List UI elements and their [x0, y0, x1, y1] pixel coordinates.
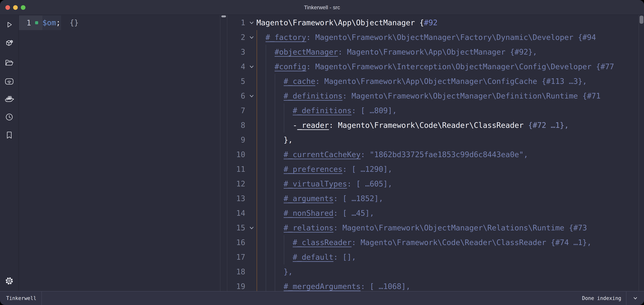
indent-guide	[284, 250, 284, 264]
indent-guide	[284, 103, 284, 118]
code-token: : Magento\Framework\Interception\ObjectM…	[306, 62, 614, 71]
indent-guide	[257, 60, 257, 74]
sidebar-item-laravel[interactable]	[5, 39, 14, 48]
indent-guide	[284, 235, 284, 250]
editor-lines: 1$om; {}	[19, 16, 220, 30]
code-token: : Magento\Framework\ObjectManager\Relati…	[334, 224, 587, 232]
status-dropdown[interactable]	[626, 292, 644, 305]
dump-line-text: #_factory: Magento\Framework\ObjectManag…	[256, 30, 638, 45]
code-token: #config	[274, 62, 306, 71]
code-token: #_classReader	[293, 238, 352, 247]
dump-line-text: #_preferences: [ …1290],	[256, 162, 638, 176]
app-window: Tinkerwell - src	[0, 0, 644, 305]
sidebar-item-docker[interactable]	[5, 94, 14, 104]
collapse-toggle[interactable]	[245, 16, 256, 30]
dump-line: 2 #_factory: Magento\Framework\ObjectMan…	[227, 30, 638, 45]
editor-scrollbar-thumb[interactable]	[221, 16, 226, 17]
code-token: : "1862bd33725fae1853c99d6c8443ea0e",	[360, 150, 528, 159]
indent-guide	[266, 74, 266, 89]
code-token: $om	[42, 18, 56, 27]
run-button[interactable]	[5, 20, 14, 29]
code-token: #_relations	[284, 224, 334, 232]
chevron-spacer	[245, 176, 256, 191]
settings-gear-icon	[5, 276, 14, 286]
chevron-down-icon	[249, 93, 254, 99]
output-scrollbar[interactable]	[638, 15, 644, 291]
line-number: 16	[227, 235, 245, 250]
dump-line-text: #_definitions: Magento\Framework\ObjectM…	[256, 89, 638, 103]
editor-scrollbar[interactable]	[220, 15, 227, 291]
indent-guide	[275, 235, 275, 250]
status-spacer	[42, 292, 582, 305]
chevron-spacer	[245, 147, 256, 162]
indent-guide	[257, 191, 257, 206]
dump-line: 17#_default: [],	[227, 250, 638, 264]
chevron-spacer	[245, 264, 256, 279]
chevron-down-icon	[249, 225, 254, 231]
dump-line-text: #_arguments: [ …1852],	[256, 191, 638, 206]
output-scrollbar-thumb[interactable]	[640, 16, 644, 24]
indent-guide	[275, 118, 275, 133]
indent-guide	[257, 250, 257, 264]
dump-line: 9},	[227, 133, 638, 147]
code-token: : Magento\Framework\ObjectManager\Defini…	[342, 92, 600, 100]
indent-guide	[257, 264, 257, 279]
editor-gutter: 1	[19, 16, 42, 30]
indent-guide	[266, 250, 266, 264]
code-token: #92	[424, 18, 438, 27]
open-folder-icon	[5, 58, 14, 68]
dump-line: 7#_definitions: [ …809],	[227, 103, 638, 118]
code-token: : [ …809],	[352, 106, 397, 115]
indent-guide	[266, 264, 266, 279]
indent-guide	[275, 103, 275, 118]
code-token: : Magento\Framework\ObjectManager\Factor…	[306, 33, 596, 42]
sidebar-item-ssh[interactable]	[5, 77, 14, 86]
line-number: 3	[227, 45, 245, 60]
indent-guide	[266, 191, 266, 206]
code-token: : [ …605],	[347, 180, 392, 188]
sidebar-item-open-file[interactable]	[5, 58, 14, 68]
output-pane[interactable]: 1 Magento\Framework\App\ObjectManager {#…	[227, 15, 638, 291]
collapse-toggle[interactable]	[245, 30, 256, 45]
chevron-spacer	[245, 118, 256, 133]
indent-guide	[266, 89, 266, 103]
collapse-toggle[interactable]	[245, 60, 256, 74]
dump-line-text: #_virtualTypes: [ …605],	[256, 176, 638, 191]
collapse-toggle[interactable]	[245, 220, 256, 235]
code-token: _reader	[297, 121, 329, 130]
sidebar-item-history[interactable]	[5, 112, 14, 122]
indent-guide	[257, 133, 257, 147]
editor-code[interactable]: $om; {}	[42, 16, 79, 30]
code-token: },	[284, 136, 293, 144]
dump-line: 12#_virtualTypes: [ …605],	[227, 176, 638, 191]
sidebar-item-bookmarks[interactable]	[5, 130, 14, 140]
indent-guide	[275, 74, 275, 89]
indent-guide	[275, 147, 275, 162]
editor-pane[interactable]: 1$om; {}	[19, 15, 220, 291]
chevron-spacer	[245, 206, 256, 220]
code-token: Magento\Framework\App\ObjectManager {	[256, 18, 424, 27]
code-token: #_mergedArguments	[284, 282, 360, 291]
code-token: : Magento\Framework\App\ObjectManager {#…	[338, 48, 537, 56]
indent-guide	[266, 60, 266, 74]
indent-guide	[266, 103, 266, 118]
dump-line: 10#_currentCacheKey: "1862bd33725fae1853…	[227, 147, 638, 162]
indent-guide	[266, 176, 266, 191]
dump-line: 11#_preferences: [ …1290],	[227, 162, 638, 176]
settings-button[interactable]	[5, 276, 14, 286]
code-token: #_definitions	[284, 92, 342, 100]
code-token: #_nonShared	[284, 209, 334, 218]
line-number: 12	[227, 176, 245, 191]
indent-guide	[275, 89, 275, 103]
status-driver-segment[interactable]: Tinkerwell	[0, 292, 42, 305]
bookmarks-icon	[5, 130, 14, 140]
collapse-toggle[interactable]	[245, 89, 256, 103]
chevron-spacer	[245, 162, 256, 176]
dump-line-text: #config: Magento\Framework\Interception\…	[256, 60, 638, 74]
chevron-down-icon	[249, 20, 254, 26]
code-token: : Magento\Framework\Code\Reader\ClassRea…	[352, 238, 591, 247]
code-token: -	[293, 121, 297, 130]
line-number: 17	[227, 250, 245, 264]
indent-guide	[275, 264, 275, 279]
code-token: : [ …1068],	[360, 282, 410, 291]
